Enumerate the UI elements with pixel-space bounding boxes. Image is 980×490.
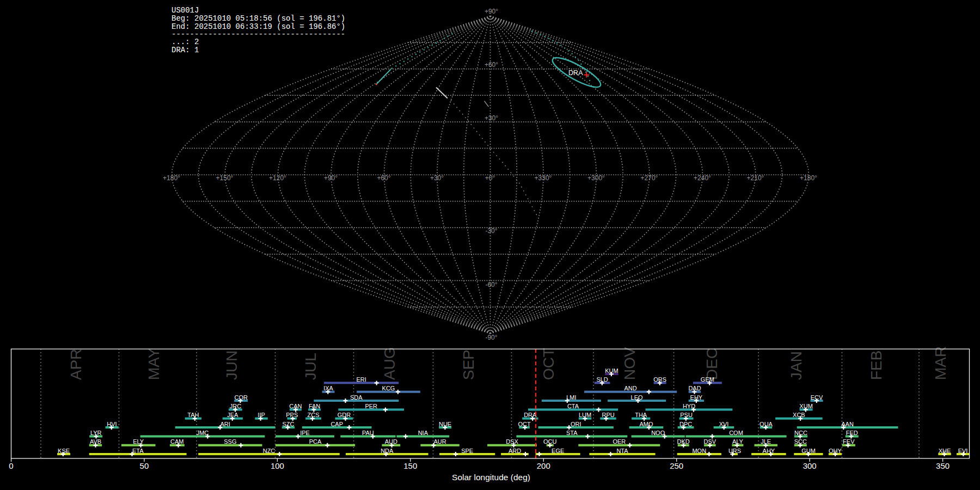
svg-text:SPE: SPE xyxy=(461,448,473,454)
svg-text:JUL: JUL xyxy=(302,353,319,380)
svg-text:HVI: HVI xyxy=(107,421,117,427)
svg-text:+90°: +90° xyxy=(485,8,498,15)
svg-text:CAP: CAP xyxy=(330,421,343,427)
svg-text:KCG: KCG xyxy=(382,385,395,391)
svg-text:DPC: DPC xyxy=(679,421,692,427)
svg-text:TAH: TAH xyxy=(187,412,199,418)
svg-text:NOV: NOV xyxy=(621,347,638,380)
svg-text:NZC: NZC xyxy=(263,448,275,454)
svg-text:IIP: IIP xyxy=(258,412,265,418)
svg-text:OCT: OCT xyxy=(540,348,557,380)
svg-text:DSX: DSX xyxy=(506,438,518,445)
svg-text:MON: MON xyxy=(692,448,706,454)
svg-text:DRA: DRA xyxy=(524,412,537,418)
svg-text:COM: COM xyxy=(729,430,743,436)
svg-text:PER: PER xyxy=(365,403,377,409)
svg-text:IPE: IPE xyxy=(300,430,310,436)
svg-text:PPS: PPS xyxy=(286,412,298,418)
svg-text:ERI: ERI xyxy=(356,376,366,383)
svg-text:THA: THA xyxy=(635,412,647,418)
svg-text:ZCS: ZCS xyxy=(308,412,320,418)
svg-text:AAN: AAN xyxy=(841,421,854,427)
svg-text:JUN: JUN xyxy=(223,351,240,380)
svg-text:OHY: OHY xyxy=(829,448,842,454)
svg-text:OCU: OCU xyxy=(543,438,557,445)
svg-text:KUM: KUM xyxy=(605,367,618,374)
svg-text:NTA: NTA xyxy=(616,448,628,454)
svg-text:XHE: XHE xyxy=(939,448,951,454)
svg-text:+60°: +60° xyxy=(377,174,390,182)
svg-text:+240°: +240° xyxy=(694,174,711,182)
svg-text:ARI: ARI xyxy=(220,421,230,427)
svg-text:JLE: JLE xyxy=(761,438,771,445)
svg-text:FEV: FEV xyxy=(843,438,855,445)
svg-text:CAN: CAN xyxy=(289,403,302,409)
svg-text:EHY: EHY xyxy=(690,394,703,401)
svg-text:APR: APR xyxy=(68,348,84,380)
svg-text:XVI: XVI xyxy=(719,421,729,427)
svg-text:+90°: +90° xyxy=(324,174,338,182)
svg-text:OER: OER xyxy=(612,438,626,445)
svg-text:SDA: SDA xyxy=(350,394,363,401)
svg-text:250: 250 xyxy=(670,461,683,470)
svg-text:XCB: XCB xyxy=(793,412,805,418)
svg-text:Solar longitude (deg): Solar longitude (deg) xyxy=(452,473,530,482)
svg-text:200: 200 xyxy=(537,461,550,470)
svg-text:FAN: FAN xyxy=(309,403,320,409)
svg-text:NOO: NOO xyxy=(651,430,665,436)
svg-text:PCA: PCA xyxy=(309,438,322,445)
svg-text:DRA: DRA xyxy=(568,69,583,77)
svg-text:AVB: AVB xyxy=(90,438,101,445)
svg-text:PSU: PSU xyxy=(680,412,693,418)
svg-text:US001J: US001J xyxy=(171,6,199,15)
svg-text:SLD: SLD xyxy=(596,376,608,383)
svg-text:Beg: 20251010 05:18:56 (sol =: Beg: 20251010 05:18:56 (sol = 196.81°) xyxy=(171,14,345,23)
svg-text:DAD: DAD xyxy=(688,385,701,391)
svg-text:CTA: CTA xyxy=(567,403,579,409)
svg-text:...: 2: ...: 2 xyxy=(171,38,199,46)
svg-text:SZC: SZC xyxy=(282,421,294,427)
svg-text:+120°: +120° xyxy=(269,174,286,182)
svg-text:ETA: ETA xyxy=(132,448,144,454)
svg-text:50: 50 xyxy=(140,461,149,470)
svg-text:IXA: IXA xyxy=(323,385,333,391)
svg-text:DRA: 1: DRA: 1 xyxy=(171,46,199,54)
svg-text:+210°: +210° xyxy=(747,174,764,182)
svg-text:DSV: DSV xyxy=(703,438,716,445)
svg-text:100: 100 xyxy=(271,461,284,470)
svg-text:AUD: AUD xyxy=(385,438,397,445)
svg-text:ECV: ECV xyxy=(811,394,823,401)
svg-text:AUR: AUR xyxy=(433,438,446,445)
svg-text:SCC: SCC xyxy=(794,438,807,445)
svg-text:KSE: KSE xyxy=(58,448,70,454)
svg-text:COR: COR xyxy=(234,394,248,401)
svg-text:+150°: +150° xyxy=(216,174,234,182)
svg-text:URS: URS xyxy=(728,448,741,454)
svg-text:350: 350 xyxy=(936,461,950,470)
svg-text:LUM: LUM xyxy=(579,412,591,418)
svg-text:NIA: NIA xyxy=(418,430,428,436)
svg-text:DEC: DEC xyxy=(703,348,720,380)
svg-text:ALY: ALY xyxy=(732,438,744,445)
svg-text:300: 300 xyxy=(803,461,817,470)
svg-text:AND: AND xyxy=(624,385,636,391)
svg-text:FEB: FEB xyxy=(868,351,885,380)
svg-text:STA: STA xyxy=(566,430,578,436)
svg-text:+0°: +0° xyxy=(485,174,495,182)
svg-text:DKD: DKD xyxy=(677,438,690,445)
svg-text:+180°: +180° xyxy=(800,174,817,182)
svg-text:HYD: HYD xyxy=(683,403,695,409)
svg-text:GDR: GDR xyxy=(338,412,351,418)
svg-text:FED: FED xyxy=(846,430,858,436)
svg-text:JMC: JMC xyxy=(197,430,209,436)
svg-text:SSG: SSG xyxy=(224,438,236,445)
svg-text:+270°: +270° xyxy=(641,174,658,182)
svg-text:+30°: +30° xyxy=(485,114,498,122)
svg-text:ORS: ORS xyxy=(653,376,666,383)
svg-text:SEP: SEP xyxy=(460,350,477,380)
svg-text:-30°: -30° xyxy=(485,227,497,235)
svg-text:RPU: RPU xyxy=(602,412,614,418)
svg-text:+330°: +330° xyxy=(535,174,552,182)
svg-text:EGE: EGE xyxy=(552,448,564,454)
svg-text:ORI: ORI xyxy=(571,421,581,427)
